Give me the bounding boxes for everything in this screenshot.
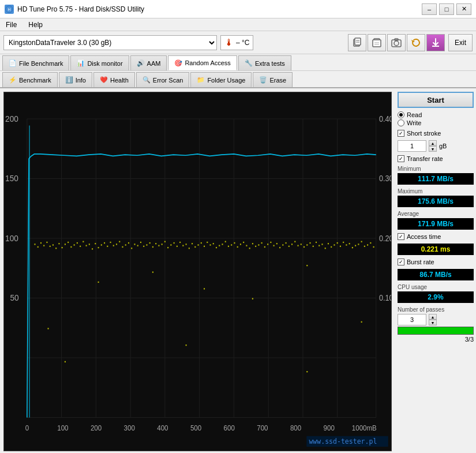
svg-rect-135 bbox=[288, 246, 290, 247]
burst-rate-checkbox[interactable]: ✓ bbox=[398, 259, 404, 265]
tabs-row-1: 📄 File Benchmark 📊 Disk monitor 🔊 AAM 🎯 … bbox=[0, 54, 476, 71]
svg-text:900: 900 bbox=[324, 424, 335, 433]
svg-rect-154 bbox=[346, 244, 347, 245]
svg-rect-173 bbox=[306, 371, 308, 372]
access-time-label: Access time bbox=[407, 233, 441, 240]
menu-help[interactable]: Help bbox=[26, 20, 45, 29]
write-radio-button[interactable] bbox=[398, 119, 404, 126]
tab-info[interactable]: ℹ️ Info bbox=[59, 72, 92, 87]
temperature-display: 🌡 – °C bbox=[220, 35, 253, 50]
svg-rect-129 bbox=[270, 242, 271, 243]
svg-rect-81 bbox=[125, 244, 126, 245]
short-stroke-checkbox[interactable]: ✓ bbox=[398, 130, 404, 137]
svg-rect-64 bbox=[74, 244, 75, 245]
svg-rect-124 bbox=[255, 246, 256, 247]
svg-text:www.ssd-tester.pl: www.ssd-tester.pl bbox=[309, 437, 377, 446]
svg-rect-93 bbox=[162, 244, 163, 245]
access-time-section: 0.221 ms bbox=[398, 244, 474, 255]
svg-rect-66 bbox=[80, 246, 81, 247]
tab-random-access[interactable]: 🎯 Random Access bbox=[168, 55, 237, 70]
svg-rect-95 bbox=[167, 247, 168, 248]
minimum-label: Minimum bbox=[398, 166, 474, 172]
svg-rect-53 bbox=[40, 242, 42, 244]
write-radio-item[interactable]: Write bbox=[398, 119, 474, 126]
burst-rate-row[interactable]: ✓ Burst rate bbox=[398, 259, 474, 265]
svg-rect-139 bbox=[301, 244, 302, 245]
access-time-row[interactable]: ✓ Access time bbox=[398, 233, 474, 240]
svg-rect-61 bbox=[65, 244, 66, 245]
passes-up-button[interactable]: ▲ bbox=[429, 314, 437, 320]
tab-folder-usage[interactable]: 📁 Folder Usage bbox=[190, 72, 252, 87]
svg-text:150: 150 bbox=[5, 174, 18, 184]
svg-rect-157 bbox=[355, 245, 356, 246]
svg-rect-134 bbox=[286, 242, 287, 244]
access-time-value: 0.221 ms bbox=[398, 244, 474, 255]
transfer-rate-row[interactable]: ✓ Transfer rate bbox=[398, 155, 474, 162]
read-radio-button[interactable] bbox=[398, 111, 404, 118]
short-stroke-row[interactable]: ✓ Short stroke bbox=[398, 130, 474, 137]
passes-section: Number of passes ▲ ▼ 3/3 bbox=[398, 306, 474, 343]
download-icon-button[interactable] bbox=[426, 34, 445, 51]
minimum-value: 111.7 MB/s bbox=[398, 173, 474, 185]
tab-erase[interactable]: 🗑️ Erase bbox=[253, 72, 293, 87]
window-controls[interactable]: – □ ✕ bbox=[422, 3, 471, 15]
random-access-icon: 🎯 bbox=[174, 59, 182, 67]
camera-icon-button[interactable] bbox=[387, 34, 406, 51]
short-stroke-down-button[interactable]: ▼ bbox=[429, 146, 437, 152]
svg-text:100: 100 bbox=[5, 233, 18, 243]
thermometer-icon: 🌡 bbox=[224, 38, 234, 48]
svg-rect-123 bbox=[252, 243, 253, 244]
passes-spinner-row: ▲ ▼ bbox=[398, 314, 474, 325]
close-button[interactable]: ✕ bbox=[456, 3, 471, 15]
right-panel: Start Read Write ✓ Short stroke ▲ ▼ gB bbox=[395, 88, 476, 453]
svg-rect-55 bbox=[46, 242, 47, 243]
tab-file-benchmark[interactable]: 📄 File Benchmark bbox=[2, 55, 69, 70]
read-radio-item[interactable]: Read bbox=[398, 111, 474, 118]
tab-health[interactable]: ❤️ Health bbox=[93, 72, 135, 87]
passes-down-button[interactable]: ▼ bbox=[429, 320, 437, 325]
tab-aam[interactable]: 🔊 AAM bbox=[130, 55, 167, 70]
exit-button[interactable]: Exit bbox=[448, 34, 473, 51]
minimize-button[interactable]: – bbox=[422, 3, 437, 15]
tab-disk-monitor[interactable]: 📊 Disk monitor bbox=[70, 55, 129, 70]
tab-benchmark[interactable]: ⚡ Benchmark bbox=[2, 72, 58, 87]
svg-rect-121 bbox=[246, 245, 247, 246]
paste-icon-button[interactable] bbox=[368, 34, 386, 51]
read-radio-label: Read bbox=[407, 111, 422, 118]
start-button[interactable]: Start bbox=[398, 92, 474, 108]
tab-extra-tests[interactable]: 🔧 Extra tests bbox=[238, 55, 291, 70]
health-icon: ❤️ bbox=[100, 76, 108, 84]
svg-rect-159 bbox=[361, 241, 362, 242]
device-select[interactable]: KingstonDataTraveler 3.0 (30 gB) bbox=[3, 35, 217, 50]
svg-rect-109 bbox=[209, 244, 211, 245]
maximize-button[interactable]: □ bbox=[439, 3, 454, 15]
passes-input[interactable] bbox=[398, 314, 426, 325]
tab-error-scan[interactable]: 🔍 Error Scan bbox=[136, 72, 190, 87]
short-stroke-up-button[interactable]: ▲ bbox=[429, 140, 437, 146]
svg-rect-111 bbox=[216, 247, 217, 248]
chart-svg: 200 150 100 50 0.40 0.30 0.20 0.10 0 100… bbox=[4, 92, 391, 451]
svg-rect-71 bbox=[95, 243, 96, 244]
svg-rect-145 bbox=[318, 245, 320, 246]
svg-text:H: H bbox=[8, 8, 10, 12]
refresh-icon-button[interactable] bbox=[407, 34, 425, 51]
average-section: Average 171.9 MB/s bbox=[398, 211, 474, 230]
svg-rect-141 bbox=[306, 244, 308, 245]
access-time-checkbox[interactable]: ✓ bbox=[398, 233, 404, 240]
passes-progress-container bbox=[398, 327, 474, 335]
transfer-rate-checkbox[interactable]: ✓ bbox=[398, 155, 404, 162]
svg-rect-131 bbox=[276, 243, 278, 244]
short-stroke-value-row: ▲ ▼ gB bbox=[398, 140, 474, 152]
error-scan-icon: 🔍 bbox=[143, 76, 151, 84]
svg-rect-63 bbox=[70, 246, 72, 248]
copy-icon-button[interactable] bbox=[348, 34, 366, 51]
svg-rect-102 bbox=[189, 248, 190, 249]
menu-file[interactable]: File bbox=[3, 20, 19, 29]
svg-rect-116 bbox=[231, 244, 232, 245]
svg-rect-89 bbox=[149, 242, 151, 244]
svg-rect-7 bbox=[373, 40, 381, 47]
svg-rect-83 bbox=[131, 248, 132, 249]
svg-text:800: 800 bbox=[290, 424, 301, 433]
short-stroke-input[interactable] bbox=[398, 140, 426, 152]
svg-rect-3 bbox=[355, 38, 361, 45]
